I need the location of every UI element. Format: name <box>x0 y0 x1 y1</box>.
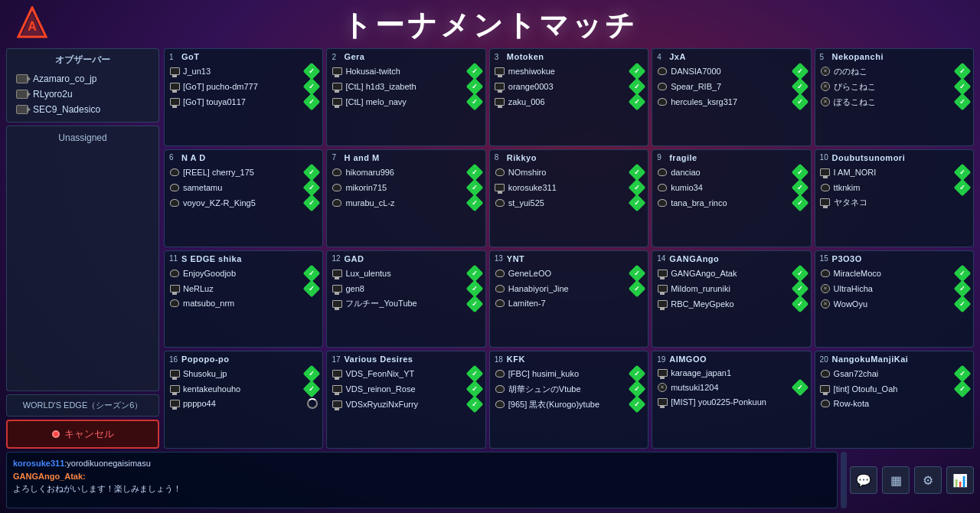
platform-icon-2-0 <box>332 66 342 77</box>
platform-icon-8-1 <box>495 182 505 193</box>
platform-icon-6-1 <box>169 182 180 193</box>
check-icon <box>954 264 972 282</box>
player-row-8-0: NOmshiro <box>495 165 643 180</box>
layout-icon-button[interactable]: ▦ <box>882 466 910 494</box>
chat-scrollbar[interactable] <box>841 452 847 508</box>
team-num-1: 1 <box>169 53 178 61</box>
player-name-20-0: Gsan72chai <box>834 369 953 378</box>
observer-item-1[interactable]: Azamaro_co_jp <box>13 71 152 87</box>
platform-icon-19-2 <box>657 397 668 407</box>
team-box-14: 14GANGAngoGANGAngo_AtakMildom_rurunikiRB… <box>652 250 811 348</box>
player-row-7-1: mikorin715 <box>332 180 480 195</box>
ps-icon <box>495 400 505 408</box>
check-icon <box>466 63 483 80</box>
player-name-13-0: GeneLeOO <box>508 269 628 278</box>
team-box-2: 2GeraHokusai-twitch[CtL] h1d3_izabeth[Ct… <box>326 48 485 146</box>
team-name-13: YNT <box>507 254 525 263</box>
team-box-18: 18KFK[FBC] husimi_kuko胡華シュンのVtube[965] 黒… <box>489 351 648 449</box>
platform-icon-11-0 <box>169 268 180 279</box>
check-icon <box>954 279 972 297</box>
player-name-5-1: ぴらこねこ <box>834 81 953 93</box>
player-row-3-0: meshiwokue <box>495 64 643 79</box>
cancel-button[interactable]: キャンセル <box>6 420 159 449</box>
xbox-icon: ✕ <box>821 299 830 309</box>
player-row-19-0: karaage_japan1 <box>657 366 805 380</box>
sidebar: オブザーバー Azamaro_co_jp RLyoro2u SEC9_Nades… <box>6 48 159 449</box>
player-name-19-2: [MIST] you0225-Ponkuun <box>671 397 805 407</box>
pc-icon <box>495 83 505 90</box>
check-icon <box>303 279 321 297</box>
team-box-15: 15P3O3OMiracleMoco✕UltraHicha✕WowOyu <box>815 250 974 348</box>
header: A トーナメントマッチ <box>0 0 980 48</box>
platform-icon-2-2 <box>332 96 342 107</box>
check-icon <box>629 93 646 111</box>
player-row-16-2: ppppo44 <box>169 397 318 410</box>
platform-icon-3-1 <box>495 81 505 92</box>
platform-icon-14-2 <box>657 299 668 309</box>
check-icon <box>303 365 321 383</box>
player-row-10-2: ヤタネコ <box>820 195 969 210</box>
ps-icon <box>495 168 505 176</box>
team-num-6: 6 <box>169 153 178 162</box>
player-name-7-2: murabu_cL-z <box>345 198 465 207</box>
team-header-3: 3Motoken <box>495 52 643 61</box>
pc-icon <box>332 370 342 377</box>
observer-item-3[interactable]: SEC9_Nadesico <box>13 102 152 117</box>
observer-item-2[interactable]: RLyoro2u <box>13 87 152 102</box>
chat-line-2b: よろしくおねがいします！楽しみましょう！ <box>13 482 831 495</box>
main-content: A トーナメントマッチ オブザーバー Azamaro_co_jp RLyoro2… <box>0 0 980 513</box>
player-name-17-0: VDS_FeonNix_YT <box>345 369 465 378</box>
player-row-1-0: J_un13 <box>169 64 318 79</box>
player-row-11-2: matsubo_nrm <box>169 296 318 310</box>
player-name-17-1: VDS_reinon_Rose <box>345 384 465 394</box>
team-name-14: GANGAngo <box>669 254 719 263</box>
team-box-7: 7H and Mhikomaru996mikorin715murabu_cL-z <box>326 149 485 247</box>
ps-icon <box>170 270 179 277</box>
player-row-9-2: tana_bra_rinco <box>657 195 805 211</box>
stats-icon-button[interactable]: 📊 <box>946 466 974 494</box>
player-name-11-1: NeRLuz <box>183 284 302 293</box>
platform-icon-19-1: ✕ <box>657 382 668 393</box>
player-row-11-1: NeRLuz <box>169 281 318 296</box>
settings-icon-button[interactable]: ⚙ <box>914 466 942 494</box>
platform-icon-18-2 <box>495 399 505 410</box>
team-name-16: Popopo-po <box>181 355 230 364</box>
team-box-16: 16Popopo-poShusoku_jpkentakeuhouhoppppo4… <box>164 351 323 449</box>
platform-icon-8-0 <box>495 167 505 178</box>
team-header-12: 12GAD <box>332 254 480 263</box>
player-name-5-0: ののねこ <box>834 66 953 77</box>
player-name-13-2: Lamiten-7 <box>508 299 643 308</box>
player-name-15-0: MiracleMoco <box>834 269 953 278</box>
ps-icon <box>495 199 505 207</box>
platform-icon-5-1: ✕ <box>820 81 831 92</box>
pc-icon <box>658 300 668 308</box>
player-name-2-2: [CtL] melo_navy <box>345 97 465 106</box>
check-icon <box>954 295 972 312</box>
player-name-1-2: [GoT] touya0117 <box>183 97 302 106</box>
player-name-9-0: danciao <box>671 168 790 177</box>
team-name-3: Motoken <box>507 52 544 61</box>
platform-icon-17-1 <box>332 384 342 394</box>
ps-icon <box>821 270 830 277</box>
platform-icon-14-1 <box>657 283 668 294</box>
player-name-14-0: GANGAngo_Atak <box>671 269 790 278</box>
team-header-18: 18KFK <box>495 355 643 364</box>
platform-icon-18-0 <box>495 368 505 379</box>
team-header-9: 9fragile <box>657 153 805 162</box>
player-name-8-2: st_yui525 <box>508 198 628 207</box>
platform-icon-13-0 <box>495 268 505 279</box>
check-icon <box>791 379 808 397</box>
player-name-18-1: 胡華シュンのVtube <box>508 384 628 395</box>
check-icon <box>629 279 646 297</box>
player-row-13-0: GeneLeOO <box>495 266 643 281</box>
check-icon <box>954 93 972 111</box>
check-icon <box>791 78 808 96</box>
observer-name-3: SEC9_Nadesico <box>33 104 100 115</box>
player-row-5-0: ✕ののねこ <box>820 64 969 79</box>
check-icon <box>466 78 483 96</box>
ps-icon <box>170 184 179 191</box>
chat-icon-button[interactable]: 💬 <box>850 466 877 494</box>
team-header-19: 19AIMGOO <box>657 355 805 364</box>
player-row-16-0: Shusoku_jp <box>169 366 318 381</box>
platform-icon-1-1 <box>169 81 180 92</box>
